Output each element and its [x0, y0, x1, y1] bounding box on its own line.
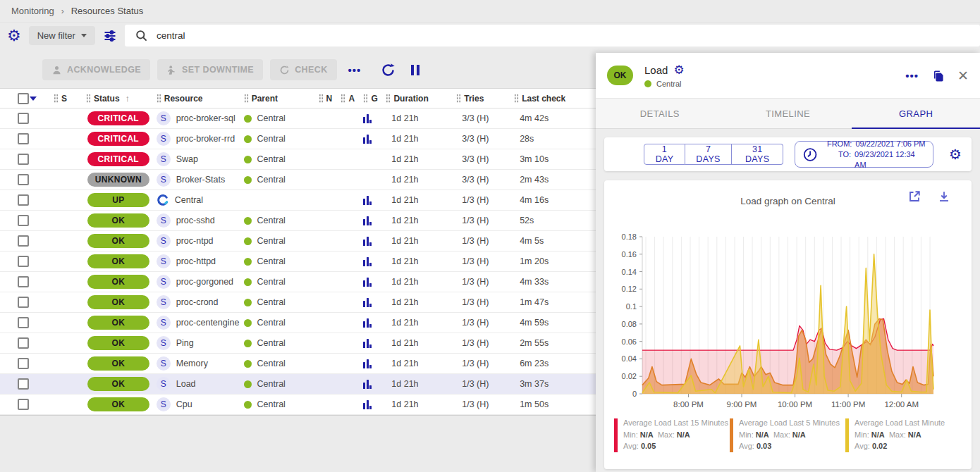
new-filter-dropdown[interactable]: New filter — [29, 26, 95, 45]
resource-name[interactable]: proc-crond — [176, 297, 219, 307]
col-acknowledged[interactable]: A — [348, 94, 355, 104]
table-row[interactable]: OKSproc-gorgonedCentral1d 21h1/3 (H)4m 3… — [0, 272, 596, 292]
resource-name[interactable]: Central — [175, 195, 203, 205]
resource-name[interactable]: proc-centengine — [176, 318, 240, 328]
refresh-button[interactable] — [381, 63, 396, 77]
resource-name[interactable]: Load — [176, 379, 196, 389]
copy-link-button[interactable] — [931, 68, 945, 83]
select-menu-caret-icon[interactable] — [30, 97, 37, 101]
tab-details[interactable]: DETAILS — [596, 99, 724, 128]
table-row[interactable]: OKSproc-ntpdCentral1d 21h1/3 (H)4m 5s — [0, 231, 596, 251]
drag-indicator-icon[interactable] — [514, 94, 519, 103]
graph-chart-icon[interactable] — [363, 339, 372, 348]
graph-chart-icon[interactable] — [363, 196, 372, 205]
col-resource[interactable]: Resource — [164, 94, 203, 104]
resource-name[interactable]: proc-sshd — [176, 216, 215, 225]
row-checkbox[interactable] — [18, 133, 29, 144]
open-in-new-button[interactable] — [908, 190, 921, 203]
breadcrumb-resources-status[interactable]: Resources Status — [71, 6, 144, 16]
col-duration[interactable]: Duration — [393, 94, 428, 104]
custom-time-period[interactable]: FROM:09/22/2021 7:06 PM TO:09/23/2021 12… — [795, 141, 933, 168]
drag-indicator-icon[interactable] — [54, 94, 59, 103]
col-tries[interactable]: Tries — [464, 94, 484, 104]
pause-button[interactable] — [411, 65, 419, 75]
graph-chart-icon[interactable] — [363, 114, 372, 123]
resource-name[interactable]: proc-broker-sql — [176, 113, 235, 123]
load-chart[interactable]: 00.020.040.060.080.10.120.140.160.188:00… — [604, 221, 972, 413]
col-notification[interactable]: N — [326, 94, 333, 104]
row-checkbox[interactable] — [18, 276, 29, 287]
range-1-day-button[interactable]: 1 DAY — [644, 144, 685, 165]
acknowledge-button[interactable]: ACKNOWLEDGE — [42, 59, 150, 80]
detail-more-button[interactable]: ••• — [905, 70, 919, 82]
check-button[interactable]: CHECK — [270, 59, 336, 80]
drag-indicator-icon[interactable] — [157, 94, 161, 103]
table-row[interactable]: OKSproc-httpdCentral1d 21h1/3 (H)1m 20s — [0, 251, 596, 272]
drag-indicator-icon[interactable] — [319, 94, 324, 103]
col-severity[interactable]: S — [61, 94, 67, 104]
search-input[interactable] — [157, 30, 368, 41]
table-row[interactable]: CRITICALSSwapCentral1d 21h3/3 (H)3m 10s — [0, 149, 596, 170]
legend-item[interactable]: Average Load Last 15 MinutesMin: N/A Max… — [614, 417, 730, 452]
col-graph[interactable]: G — [371, 94, 377, 104]
range-7-days-button[interactable]: 7 DAYS — [685, 144, 732, 165]
graph-settings-gear-icon[interactable]: ⚙ — [949, 147, 962, 161]
table-row[interactable]: OKSLoadCentral1d 21h1/3 (H)3m 37s — [0, 374, 596, 395]
table-row[interactable]: OKSMemoryCentral1d 21h1/3 (H)6m 23s — [0, 354, 596, 374]
resource-name[interactable]: proc-broker-rrd — [176, 134, 235, 144]
export-graph-button[interactable] — [938, 190, 950, 203]
resource-name[interactable]: Swap — [176, 154, 198, 164]
graph-chart-icon[interactable] — [363, 400, 372, 409]
graph-chart-icon[interactable] — [363, 278, 372, 287]
col-status[interactable]: Status — [94, 94, 120, 104]
filter-tune-icon[interactable] — [103, 29, 117, 43]
search-field[interactable] — [125, 25, 980, 46]
row-checkbox[interactable] — [18, 215, 29, 226]
graph-chart-icon[interactable] — [363, 237, 372, 246]
tab-timeline[interactable]: TIMELINE — [724, 99, 852, 128]
table-row[interactable]: CRITICALSproc-broker-sqlCentral1d 21h3/3… — [0, 108, 596, 129]
legend-item[interactable]: Average Load Last 5 MinutesMin: N/A Max:… — [730, 417, 845, 452]
more-actions-button[interactable]: ••• — [348, 64, 362, 76]
graph-chart-icon[interactable] — [363, 359, 372, 368]
settings-gear-icon[interactable]: ⚙ — [7, 28, 21, 44]
tab-graph[interactable]: GRAPH — [852, 99, 980, 128]
table-row[interactable]: UPCentral1d 21h1/3 (H)4m 16s — [0, 190, 596, 211]
row-checkbox[interactable] — [18, 174, 29, 185]
resource-name[interactable]: Memory — [176, 359, 208, 368]
col-parent[interactable]: Parent — [252, 94, 278, 104]
table-row[interactable]: UNKNOWNSBroker-StatsCentral1d 21h3/3 (H)… — [0, 170, 596, 190]
table-row[interactable]: OKSproc-sshdCentral1d 21h1/3 (H)52s — [0, 211, 596, 231]
detail-settings-gear-icon[interactable]: ⚙ — [673, 63, 684, 77]
graph-chart-icon[interactable] — [363, 216, 372, 225]
table-row[interactable]: OKSproc-centengineCentral1d 21h1/3 (H)4m… — [0, 313, 596, 333]
set-downtime-button[interactable]: SET DOWNTIME — [157, 59, 263, 80]
legend-item[interactable]: Average Load Last MinuteMin: N/A Max: N/… — [845, 417, 961, 452]
resource-name[interactable]: Ping — [176, 338, 194, 348]
drag-indicator-icon[interactable] — [244, 94, 249, 103]
row-checkbox[interactable] — [18, 378, 29, 390]
resource-name[interactable]: proc-httpd — [176, 256, 216, 266]
row-checkbox[interactable] — [18, 235, 29, 247]
table-row[interactable]: OKSproc-crondCentral1d 21h1/3 (H)1m 47s — [0, 292, 596, 313]
row-checkbox[interactable] — [18, 358, 29, 369]
sort-asc-icon[interactable]: ↑ — [125, 93, 130, 104]
graph-chart-icon[interactable] — [363, 135, 372, 144]
col-last-check[interactable]: Last check — [522, 94, 565, 104]
drag-indicator-icon[interactable] — [363, 94, 368, 103]
drag-indicator-icon[interactable] — [341, 94, 345, 103]
table-row[interactable]: OKSCpuCentral1d 21h1/3 (H)1m 50s — [0, 395, 596, 415]
breadcrumb-monitoring[interactable]: Monitoring — [11, 6, 54, 16]
row-checkbox[interactable] — [18, 317, 29, 328]
row-checkbox[interactable] — [18, 297, 29, 308]
graph-chart-icon[interactable] — [363, 380, 372, 389]
select-all-checkbox[interactable] — [18, 93, 29, 104]
drag-indicator-icon[interactable] — [456, 94, 461, 103]
resource-name[interactable]: proc-ntpd — [176, 236, 214, 246]
row-checkbox[interactable] — [18, 154, 29, 165]
row-checkbox[interactable] — [18, 337, 29, 349]
graph-chart-icon[interactable] — [363, 298, 372, 307]
range-31-days-button[interactable]: 31 DAYS — [732, 144, 783, 165]
row-checkbox[interactable] — [18, 256, 29, 267]
resource-name[interactable]: Cpu — [176, 399, 192, 409]
